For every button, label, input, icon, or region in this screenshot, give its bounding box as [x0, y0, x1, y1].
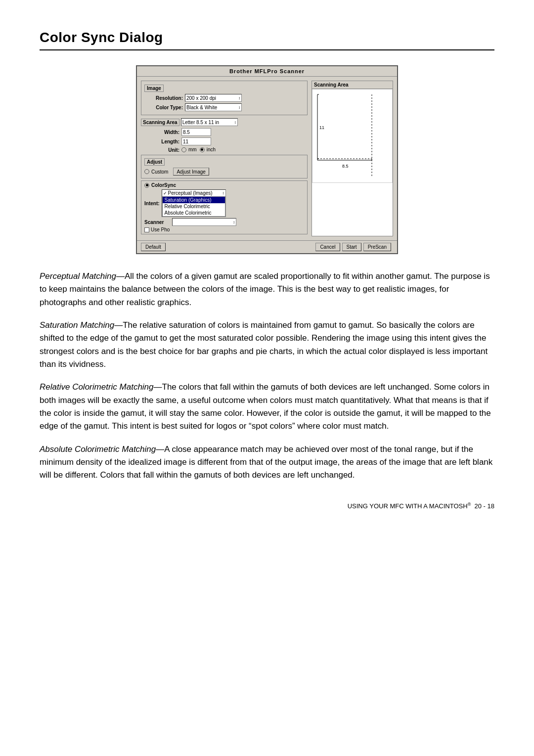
colorsync-label: ColorSync — [151, 182, 176, 188]
use-pho-checkbox[interactable] — [144, 227, 149, 232]
unit-inch-label: inch — [207, 147, 216, 152]
custom-row: Custom Adjust Image — [144, 168, 304, 176]
scanner-label: Scanner — [144, 220, 170, 225]
dialog-container: Brother MFLPro Scanner Image Resolution:… — [40, 65, 494, 254]
adjust-section: Adjust Custom Adjust Image — [141, 155, 308, 178]
unit-mm-option[interactable]: mm — [181, 147, 197, 152]
dialog-box: Brother MFLPro Scanner Image Resolution:… — [136, 65, 398, 254]
adjust-label: Adjust — [144, 158, 165, 166]
page-footer: USING YOUR MFC WITH A MACINTOSH® 20 - 18 — [40, 502, 494, 510]
svg-text:11: 11 — [319, 125, 324, 130]
intent-arrow: ↕ — [222, 191, 224, 195]
length-label: Length: — [141, 139, 181, 144]
intent-dropdown-list: Saturation (Graphics) Relative Colorimet… — [162, 196, 225, 217]
width-row: Width: — [141, 128, 308, 136]
intent-row: Intent: ✓ Perceptual (Images) ↕ Saturati… — [144, 189, 304, 217]
paragraph-1: Perceptual Matching—All the colors of a … — [40, 270, 494, 309]
unit-inch-option[interactable]: inch — [200, 147, 216, 152]
checkmark-icon: ✓ — [163, 191, 167, 196]
color-type-value: Black & White — [186, 105, 217, 110]
default-button[interactable]: Default — [141, 243, 166, 251]
scanning-canvas: 11 8.5 — [312, 89, 393, 183]
start-button[interactable]: Start — [342, 243, 361, 251]
footer-reg: ® — [468, 502, 471, 507]
width-label: Width: — [141, 130, 181, 135]
p3-italic: Relative Colorimetric Matching — [40, 382, 154, 392]
intent-option-saturation[interactable]: Saturation (Graphics) — [163, 197, 225, 203]
dialog-body: Image Resolution: 200 x 200 dpi ↕ Color … — [137, 77, 397, 240]
use-pho-label: Use Pho — [151, 227, 170, 232]
intent-perceptual: Perceptual (Images) — [168, 190, 213, 196]
unit-row: Unit: mm inch — [141, 147, 308, 153]
image-section: Image Resolution: 200 x 200 dpi ↕ Color … — [141, 81, 308, 115]
page-title: Color Sync Dialog — [40, 30, 494, 45]
width-input[interactable] — [181, 128, 211, 136]
intent-dropdown[interactable]: ✓ Perceptual (Images) ↕ Saturation (Grap… — [162, 189, 226, 217]
length-input[interactable] — [181, 137, 211, 145]
intent-selected-item: ✓ Perceptual (Images) ↕ — [162, 190, 225, 196]
footer-text: USING YOUR MFC WITH A MACINTOSH — [348, 502, 468, 510]
colorsync-radio[interactable] — [144, 183, 149, 188]
intent-option-relative[interactable]: Relative Colorimetric — [163, 203, 225, 210]
svg-text:8.5: 8.5 — [342, 164, 349, 169]
prescan-button[interactable]: PreScan — [363, 243, 391, 251]
resolution-arrow: ↕ — [238, 96, 240, 100]
unit-mm-label: mm — [188, 147, 197, 152]
unit-label: Unit: — [141, 147, 181, 153]
paragraph-3: Relative Colorimetric Matching—The color… — [40, 381, 494, 433]
unit-inch-radio — [200, 147, 205, 152]
paragraph-4: Absolute Colorimetric Matching—A close a… — [40, 443, 494, 482]
custom-radio[interactable] — [144, 169, 149, 174]
scanning-area-value: Letter 8.5 x 11 in — [182, 120, 220, 125]
paragraph-2: Saturation Matching—The relative saturat… — [40, 319, 494, 371]
color-type-row: Color Type: Black & White ↕ — [144, 103, 304, 111]
unit-mm-radio — [181, 147, 186, 152]
resolution-row: Resolution: 200 x 200 dpi ↕ — [144, 94, 304, 102]
dialog-footer: Default Cancel Start PreScan — [137, 240, 397, 253]
scanner-select[interactable]: ↕ — [172, 218, 236, 226]
scanning-area-arrow: ↕ — [234, 120, 236, 125]
length-row: Length: — [141, 137, 308, 145]
p4-italic: Absolute Colorimetric Matching — [40, 445, 156, 454]
dialog-titlebar: Brother MFLPro Scanner — [137, 66, 397, 77]
image-section-label: Image — [144, 85, 164, 92]
p2-italic: Saturation Matching — [40, 320, 114, 330]
colorsync-section: ColorSync Intent: ✓ Perceptual (Images) … — [141, 180, 308, 234]
colorsync-row: ColorSync — [144, 182, 304, 188]
intent-dropdown-container: ✓ Perceptual (Images) ↕ Saturation (Grap… — [162, 189, 226, 217]
footer-page: 20 - 18 — [475, 502, 494, 510]
scanner-arrow: ↕ — [233, 220, 235, 224]
cancel-button[interactable]: Cancel — [315, 243, 340, 251]
dialog-left-panel: Image Resolution: 200 x 200 dpi ↕ Color … — [141, 81, 308, 236]
color-type-select[interactable]: Black & White ↕ — [185, 103, 242, 111]
resolution-select[interactable]: 200 x 200 dpi ↕ — [185, 94, 242, 102]
scanning-area-panel: Scanning Area 11 — [312, 81, 393, 236]
scanning-area-row: Scanning Area Letter 8.5 x 11 in ↕ — [141, 118, 308, 126]
color-type-label: Color Type: — [144, 105, 185, 110]
resolution-value: 200 x 200 dpi — [186, 95, 216, 101]
intent-option-absolute[interactable]: Absolute Colorimetric — [163, 210, 225, 216]
scanner-row: Scanner ↕ — [144, 218, 304, 226]
title-divider — [40, 49, 494, 50]
scanning-area-select[interactable]: Letter 8.5 x 11 in ↕ — [181, 118, 238, 126]
color-type-arrow: ↕ — [238, 105, 240, 110]
custom-label: Custom — [151, 169, 168, 175]
p1-italic: Perceptual Matching — [40, 271, 116, 281]
resolution-label: Resolution: — [144, 95, 185, 101]
scanning-area-checkbox-label: Scanning Area — [141, 119, 179, 126]
intent-label: Intent: — [144, 201, 160, 206]
scanning-svg: 11 8.5 — [312, 89, 392, 182]
scanning-area-header: Scanning Area — [312, 81, 393, 89]
adjust-image-button[interactable]: Adjust Image — [173, 168, 209, 176]
use-pho-row: Use Pho — [144, 227, 304, 232]
